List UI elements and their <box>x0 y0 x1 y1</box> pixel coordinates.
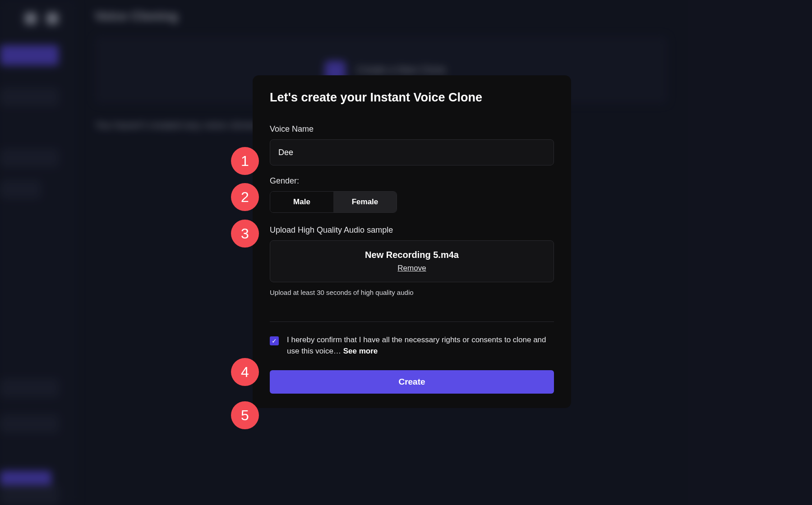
annotation-badge-5: 5 <box>231 401 259 429</box>
create-button[interactable]: Create <box>270 370 554 394</box>
annotation-badge-2: 2 <box>231 183 259 211</box>
remove-file-link[interactable]: Remove <box>397 264 426 272</box>
consent-text: I hereby confirm that I have all the nec… <box>287 335 554 357</box>
upload-label: Upload High Quality Audio sample <box>270 225 554 235</box>
gender-segmented-control: Male Female <box>270 191 397 213</box>
create-voice-clone-modal: Let's create your Instant Voice Clone Vo… <box>253 75 571 408</box>
gender-option-female[interactable]: Female <box>333 192 397 212</box>
annotation-badge-3: 3 <box>231 220 259 248</box>
uploaded-file-name: New Recording 5.m4a <box>275 250 549 260</box>
check-icon: ✓ <box>272 337 277 344</box>
voice-name-label: Voice Name <box>270 124 554 134</box>
gender-option-male[interactable]: Male <box>270 192 333 212</box>
annotation-badge-1: 1 <box>231 147 259 175</box>
upload-hint: Upload at least 30 seconds of high quali… <box>270 289 554 296</box>
modal-title: Let's create your Instant Voice Clone <box>270 91 554 105</box>
see-more-link[interactable]: See more <box>343 347 378 355</box>
annotation-badge-4: 4 <box>231 358 259 386</box>
audio-upload-box[interactable]: New Recording 5.m4a Remove <box>270 240 554 282</box>
consent-checkbox[interactable]: ✓ <box>270 336 279 345</box>
divider <box>270 321 554 322</box>
gender-label: Gender: <box>270 176 554 186</box>
consent-body: I hereby confirm that I have all the nec… <box>287 335 546 355</box>
consent-row: ✓ I hereby confirm that I have all the n… <box>270 335 554 357</box>
voice-name-input[interactable] <box>270 139 554 165</box>
